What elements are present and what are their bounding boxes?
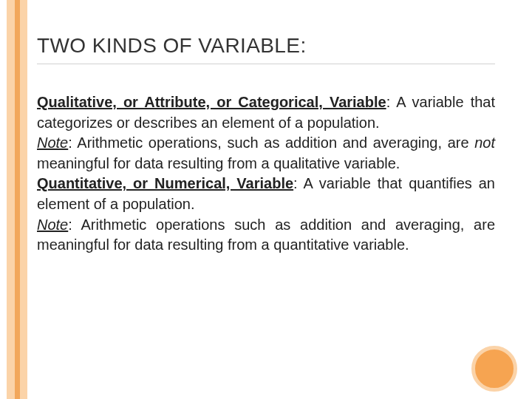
note2-text: : Arithmetic operations such as addition… [37, 216, 495, 253]
title-underline-decor [37, 64, 495, 64]
note1-text-b: meaningful for data resulting from a qua… [37, 155, 400, 171]
corner-circle-decor [471, 346, 517, 392]
left-inner-band-decor [15, 0, 20, 399]
quantitative-term: Quantitative, or Numerical, Variable [37, 175, 293, 191]
note-label-1: Note [37, 134, 68, 151]
slide-body: Qualitative, or Attribute, or Categorica… [37, 92, 495, 256]
slide-title: TWO KINDS OF VARIABLE: [37, 34, 307, 58]
qualitative-term: Qualitative, or Attribute, or Categorica… [37, 94, 386, 110]
note1-not: not [474, 134, 495, 151]
note-label-2: Note [37, 216, 68, 233]
note1-text-a: : Arithmetic operations, such as additio… [68, 134, 474, 151]
